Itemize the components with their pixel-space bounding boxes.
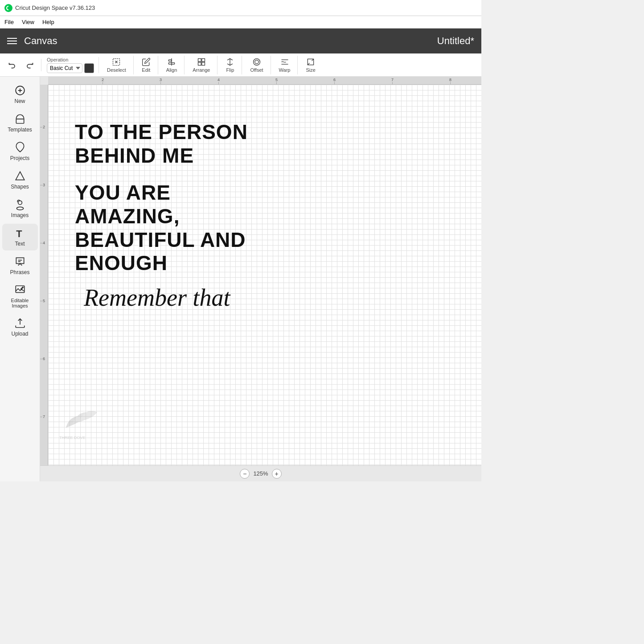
canvas-content[interactable]: TO THE PERSON BEHIND ME YOU ARE AMAZING,… (48, 85, 481, 465)
warp-group: Warp (276, 56, 298, 74)
ruler-left: 2 3 4 5 6 7 (40, 85, 48, 465)
operation-label: Operation (47, 57, 94, 62)
toolbar: Operation Basic Cut Deselect Edit (0, 53, 481, 77)
sidebar: New Templates Projects Shapes (0, 77, 40, 481)
svg-marker-14 (16, 172, 25, 180)
sidebar-item-images[interactable]: Images (2, 195, 38, 222)
sidebar-item-new[interactable]: New (2, 81, 38, 108)
title-bar: Cricut Design Space v7.36.123 (0, 0, 481, 16)
sidebar-item-editable-images[interactable]: Editable Images (2, 281, 38, 312)
menu-help[interactable]: Help (42, 19, 54, 25)
offset-group: Offset (247, 56, 271, 74)
sidebar-item-shapes[interactable]: Shapes (2, 167, 38, 193)
canvas-label: Canvas (24, 35, 437, 47)
flip-label: Flip (226, 67, 234, 73)
size-button[interactable]: Size (303, 56, 318, 74)
deselect-button[interactable]: Deselect (104, 56, 129, 74)
sidebar-item-projects-label: Projects (10, 155, 29, 161)
deselect-group: Deselect (104, 56, 134, 74)
sidebar-item-templates-label: Templates (8, 127, 32, 133)
sidebar-item-images-label: Images (11, 212, 29, 218)
sidebar-item-text-label: Text (15, 241, 25, 247)
offset-button[interactable]: Offset (247, 56, 266, 74)
svg-rect-6 (198, 62, 201, 65)
warp-label: Warp (279, 67, 291, 73)
text-line-1: TO THE PERSON (75, 120, 248, 144)
sidebar-item-phrases-label: Phrases (10, 269, 29, 275)
color-swatch[interactable] (84, 63, 94, 73)
text-block-2[interactable]: YOU ARE AMAZING, BEAUTIFUL AND ENOUGH (75, 181, 248, 275)
flip-button[interactable]: Flip (223, 56, 237, 74)
hamburger-menu[interactable] (7, 38, 17, 44)
sidebar-item-upload-label: Upload (11, 331, 28, 337)
svg-rect-2 (168, 60, 172, 61)
top-nav: Canvas Untitled* (0, 29, 481, 53)
svg-rect-5 (202, 58, 205, 62)
text-line-4: AMAZING, (75, 205, 248, 228)
operation-group: Operation Basic Cut (47, 57, 99, 73)
sidebar-item-projects[interactable]: Projects (2, 138, 38, 165)
zoom-level: 125% (253, 470, 268, 477)
deselect-label: Deselect (107, 67, 126, 73)
zoom-bar: − 125% + (40, 465, 481, 481)
text-block-1[interactable]: TO THE PERSON BEHIND ME (75, 120, 248, 168)
cricut-logo (4, 4, 12, 12)
flip-group: Flip (223, 56, 242, 74)
svg-point-8 (255, 60, 258, 63)
redo-button[interactable] (22, 59, 37, 71)
text-line-5: BEAUTIFUL AND (75, 228, 248, 252)
edit-button[interactable]: Edit (139, 56, 153, 74)
menu-bar: File View Help (0, 16, 481, 29)
arrange-group: Arrange (190, 56, 217, 74)
text-line-6: ENOUGH (75, 251, 248, 275)
edit-label: Edit (142, 67, 150, 73)
edit-group: Edit (139, 56, 158, 74)
doc-title: Untitled* (437, 35, 474, 47)
main-area: New Templates Projects Shapes (0, 77, 481, 481)
size-label: Size (306, 67, 315, 73)
undo-redo-group (5, 59, 41, 71)
canvas-text-block[interactable]: TO THE PERSON BEHIND ME YOU ARE AMAZING,… (75, 120, 248, 312)
svg-rect-4 (198, 58, 201, 62)
sidebar-item-shapes-label: Shapes (11, 184, 29, 190)
svg-rect-7 (202, 62, 205, 65)
canvas-area[interactable]: 2 3 4 5 6 7 8 2 3 4 5 6 7 (40, 77, 481, 481)
app-title: Cricut Design Space v7.36.123 (15, 4, 95, 11)
sidebar-item-editable-images-label: Editable Images (4, 298, 36, 308)
menu-view[interactable]: View (22, 19, 34, 25)
ruler-top: 2 3 4 5 6 7 8 (48, 77, 481, 85)
svg-rect-13 (16, 119, 24, 123)
align-button[interactable]: Align (164, 56, 180, 74)
offset-label: Offset (250, 67, 263, 73)
sidebar-item-upload[interactable]: Upload (2, 314, 38, 340)
operation-select[interactable]: Basic Cut (47, 63, 82, 73)
size-group: Size (303, 56, 322, 74)
svg-text:THREE DOVE: THREE DOVE (59, 435, 86, 440)
sidebar-item-new-label: New (14, 98, 25, 104)
svg-point-16 (16, 207, 23, 210)
sidebar-item-phrases[interactable]: Phrases (2, 252, 38, 279)
menu-file[interactable]: File (4, 19, 14, 25)
arrange-label: Arrange (193, 67, 210, 73)
svg-point-9 (253, 58, 260, 65)
warp-button[interactable]: Warp (276, 56, 293, 74)
zoom-out-button[interactable]: − (240, 469, 250, 479)
align-group: Align (164, 56, 185, 74)
text-line-2: BEHIND ME (75, 144, 248, 168)
text-script[interactable]: Remember that (84, 284, 248, 312)
zoom-in-button[interactable]: + (272, 469, 282, 479)
watermark: THREE DOVE (57, 401, 111, 443)
svg-point-15 (18, 201, 22, 205)
sidebar-item-templates[interactable]: Templates (2, 110, 38, 136)
sidebar-item-text[interactable]: T Text (2, 224, 38, 250)
arrange-button[interactable]: Arrange (190, 56, 213, 74)
align-label: Align (166, 67, 177, 73)
svg-text:T: T (16, 228, 22, 239)
text-line-3: YOU ARE (75, 181, 248, 205)
undo-button[interactable] (5, 59, 20, 71)
